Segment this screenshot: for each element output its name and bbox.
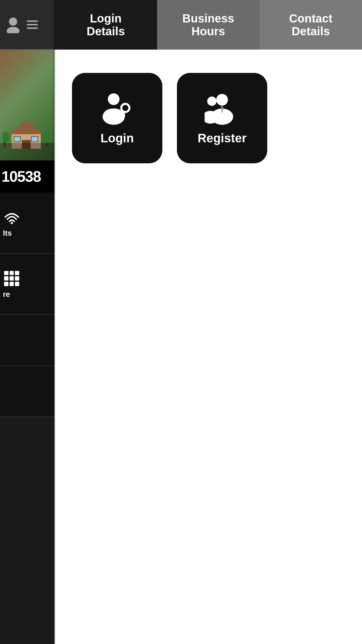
person-key-icon	[100, 91, 135, 126]
tab-business[interactable]: Business Hours	[157, 0, 260, 50]
tab-login[interactable]: Login Details	[55, 0, 157, 50]
main-content: Login Register	[55, 50, 362, 187]
grid-icon	[3, 270, 20, 287]
sidebar-item-empty-2[interactable]	[0, 366, 55, 417]
svg-rect-7	[31, 136, 38, 142]
svg-rect-6	[14, 136, 20, 142]
sidebar-photo	[0, 50, 55, 160]
login-button[interactable]: Login	[72, 73, 162, 163]
menu-icon[interactable]	[27, 20, 38, 29]
sidebar-item-more[interactable]: re	[0, 254, 55, 315]
svg-point-12	[10, 222, 13, 224]
sidebar-item-more-label: re	[3, 290, 10, 299]
wifi-icon	[3, 209, 20, 226]
avatar	[3, 14, 23, 35]
svg-point-15	[121, 104, 129, 112]
svg-point-19	[216, 94, 228, 106]
people-icon	[205, 91, 240, 126]
sidebar-item-its[interactable]: Its	[0, 192, 55, 254]
sidebar-header	[0, 0, 55, 50]
svg-point-0	[9, 18, 17, 26]
sidebar-item-empty-1[interactable]	[0, 315, 55, 366]
tab-bar: Login Details Business Hours Contact Det…	[55, 0, 362, 50]
sidebar: 10538 Its re	[0, 0, 55, 644]
sidebar-number: 10538	[0, 160, 55, 192]
register-label: Register	[198, 131, 247, 145]
main-panel: Login Details Business Hours Contact Det…	[55, 0, 362, 644]
svg-point-21	[207, 97, 217, 106]
svg-rect-18	[122, 113, 125, 115]
svg-point-13	[108, 93, 120, 105]
svg-rect-17	[122, 115, 125, 117]
tab-contact[interactable]: Contact Details	[259, 0, 362, 50]
login-label: Login	[101, 131, 134, 145]
register-button[interactable]: Register	[177, 73, 267, 163]
sidebar-item-its-label: Its	[3, 229, 12, 237]
main-rest	[55, 187, 362, 644]
svg-point-1	[7, 27, 20, 33]
